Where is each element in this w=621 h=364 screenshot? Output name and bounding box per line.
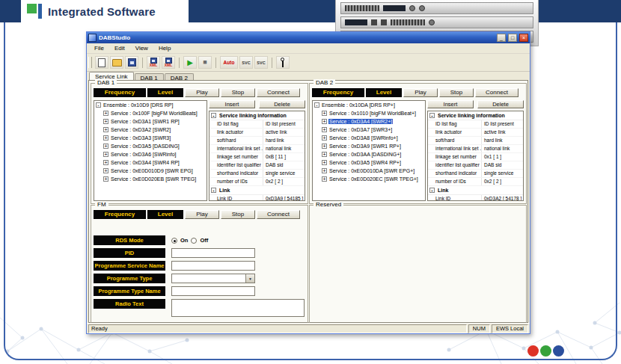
dab1-level-button[interactable]: Level	[147, 88, 183, 97]
linking-info-row: number of IDs0x2 [ 2 ]	[209, 178, 305, 186]
radio-text-input[interactable]	[171, 299, 305, 317]
tree-expander-icon[interactable]: +	[103, 168, 108, 173]
open-file-button[interactable]	[110, 56, 123, 69]
dab2-delete-button[interactable]: Delete	[477, 100, 524, 108]
tree-expander-icon[interactable]: +	[322, 135, 327, 141]
knob	[419, 5, 425, 11]
tree-item[interactable]: + Service : 0xD3A3 [SWR3]	[94, 134, 207, 142]
tree-expander-icon[interactable]: +	[103, 176, 108, 182]
dab1-stop-button[interactable]: Stop	[221, 88, 255, 97]
tree-item[interactable]: + Service : 0xD3AA [DASDING+]	[313, 150, 425, 158]
pid-input[interactable]	[171, 248, 255, 258]
dab1-service-tree[interactable]: - Ensemble : 0x10D9 [DRS RP] + Service :…	[94, 100, 207, 201]
tree-expander-icon[interactable]: +	[103, 152, 108, 157]
maximize-button[interactable]: □	[508, 34, 517, 42]
tree-item[interactable]: + Service : 0xD3A9 [SWR1 RP+]	[313, 142, 425, 150]
menu-edit[interactable]: Edit	[109, 45, 130, 52]
tree-expander-icon[interactable]: +	[322, 152, 327, 157]
dab2-play-button[interactable]: Play	[403, 88, 438, 97]
tree-item[interactable]: + Service : 0x1010 [bigFM WorldBeat+]	[313, 109, 425, 117]
fm-connect-button[interactable]: Connect	[257, 210, 300, 219]
fm-stop-button[interactable]: Stop	[221, 210, 255, 219]
dab1-delete-button[interactable]: Delete	[259, 100, 305, 108]
tree-item[interactable]: + Service : 0xD3A8 [SWRinfo+]	[313, 134, 425, 142]
knob	[429, 19, 435, 25]
tree-item[interactable]: + Service : 0xD3A1 [SWR1 RP]	[94, 117, 207, 126]
programme-service-name-input[interactable]	[171, 261, 255, 271]
tree-item[interactable]: + Service : 0xE0D010DA [SWR EPG+]	[313, 167, 425, 175]
tree-item[interactable]: + Service : 0xD3A5 [DASDING]	[94, 142, 207, 150]
dab1-connect-button[interactable]: Connect	[257, 88, 300, 97]
linking-section-header: - Service linking information	[428, 111, 523, 120]
programme-type-name-input[interactable]	[171, 286, 255, 296]
tree-expander-icon[interactable]: +	[322, 168, 327, 173]
dab2-frequency-button[interactable]: Frequency	[312, 88, 364, 97]
minimize-button[interactable]: _	[497, 34, 506, 42]
link-id-row: Link ID0xD3A9 [ 54185 ]	[209, 195, 305, 201]
dab2-level-button[interactable]: Level	[366, 88, 402, 97]
tree-item[interactable]: + Service : 0xD3A4 [SWR2+]	[313, 117, 425, 126]
tree-expander-icon[interactable]: +	[103, 127, 108, 132]
tree-expander-icon[interactable]: +	[322, 144, 327, 149]
tree-item[interactable]: + Service : 0xD3A4 [SWR4 RP]	[94, 158, 207, 167]
new-file-button[interactable]	[95, 56, 108, 69]
tree-item[interactable]: + Service : 0xD3A2 [SWR2]	[94, 126, 207, 134]
dab2-service-tree[interactable]: - Ensemble : 0x10DA [DRS RP+] + Service …	[312, 100, 426, 201]
collapse-icon[interactable]: -	[211, 188, 216, 193]
tree-item[interactable]: - Ensemble : 0x10D9 [DRS RP]	[94, 101, 207, 109]
tree-item[interactable]: - Ensemble : 0x10DA [DRS RP+]	[313, 101, 425, 109]
dab2-stop-button[interactable]: Stop	[439, 88, 474, 97]
app-icon	[88, 34, 97, 42]
menu-help[interactable]: Help	[153, 45, 176, 52]
tree-expander-icon[interactable]: +	[322, 111, 327, 116]
rds-off-radio[interactable]	[191, 238, 197, 244]
tree-item[interactable]: + Service : 0xD3A5 [SWR4 RP+]	[313, 158, 425, 167]
collapse-icon[interactable]: -	[211, 113, 216, 118]
tree-expander-icon[interactable]: +	[103, 119, 108, 124]
fm-frequency-button[interactable]: Frequency	[94, 210, 146, 219]
dab1-insert-button[interactable]: Insert	[209, 100, 255, 108]
dab1-frequency-button[interactable]: Frequency	[94, 88, 146, 97]
tree-item[interactable]: + Service : 0xD3A7 [SWR3+]	[313, 126, 425, 134]
tree-item[interactable]: + Service : 0xE0D010D9 [SWR EPG]	[94, 167, 207, 175]
tree-expander-icon[interactable]: +	[103, 111, 108, 116]
collapse-icon[interactable]: -	[429, 188, 435, 193]
tree-expander-icon[interactable]: -	[96, 102, 101, 108]
fm-play-button[interactable]: Play	[185, 210, 219, 219]
svc-button-1[interactable]: SVC	[239, 56, 253, 69]
play-toolbar-button[interactable]: ▶	[183, 56, 197, 69]
tree-item[interactable]: + Service : 0xE0D020EC [SWR TPEG+]	[313, 175, 425, 183]
stop-toolbar-button[interactable]: ■	[198, 56, 212, 69]
menu-file[interactable]: File	[89, 45, 109, 52]
tree-expander-icon[interactable]: +	[322, 160, 327, 165]
tree-expander-icon[interactable]: +	[103, 135, 108, 141]
tree-expander-icon[interactable]: -	[314, 102, 319, 108]
dropdown-arrow-icon[interactable]: ▼	[245, 274, 254, 283]
tree-item[interactable]: + Service : 0xE0D020EB [SWR TPEG]	[94, 175, 207, 183]
save-button[interactable]	[125, 56, 138, 69]
load-xml-button[interactable]: XML	[162, 56, 175, 69]
collapse-icon[interactable]: -	[429, 113, 435, 118]
tree-expander-icon[interactable]: +	[322, 119, 327, 124]
tree-item[interactable]: + Service : 0x100F [bigFM WorldBeats]	[94, 109, 207, 117]
tree-expander-icon[interactable]: +	[103, 144, 108, 149]
tree-item[interactable]: + Service : 0xD3A6 [SWRinfo]	[94, 150, 207, 158]
close-button[interactable]: ×	[519, 34, 528, 42]
dab1-play-button[interactable]: Play	[185, 88, 219, 97]
rds-on-radio[interactable]	[171, 238, 177, 244]
dab2-connect-button[interactable]: Connect	[475, 88, 518, 97]
menu-view[interactable]: View	[130, 45, 153, 52]
svc-button-2[interactable]: SVC	[254, 56, 268, 69]
window-titlebar[interactable]: DABStudio _ □ ×	[87, 32, 530, 43]
tree-expander-icon[interactable]: +	[322, 176, 327, 182]
tree-expander-icon[interactable]: +	[322, 127, 327, 132]
fm-level-button[interactable]: Level	[147, 210, 183, 219]
save-xml-button[interactable]: XML	[147, 56, 160, 69]
dab2-panel-title: DAB 2	[313, 79, 335, 86]
dab2-insert-button[interactable]: Insert	[427, 100, 474, 108]
tree-expander-icon[interactable]: +	[103, 160, 108, 165]
tuner-tool-button[interactable]	[276, 56, 290, 69]
save-xml-icon	[150, 58, 157, 64]
auto-button[interactable]: Auto	[220, 56, 238, 69]
programme-type-select[interactable]: ▼	[171, 274, 255, 283]
